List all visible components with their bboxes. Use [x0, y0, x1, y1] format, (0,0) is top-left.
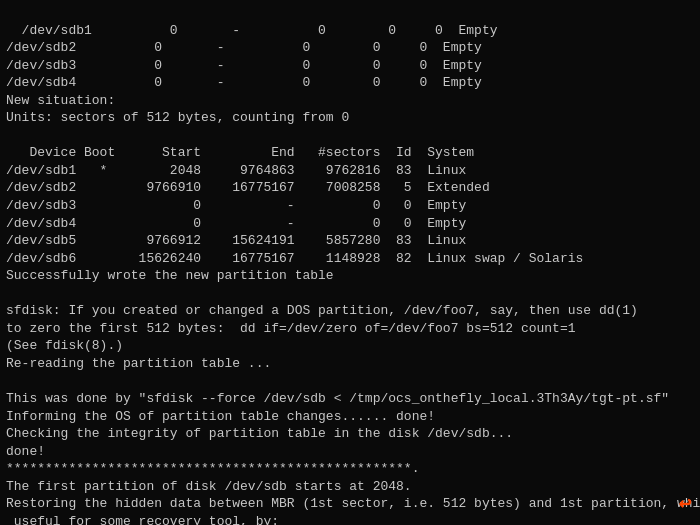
new-situation-label: New situation: [6, 93, 115, 108]
terminal-output: /dev/sdb1 0 - 0 0 0 Empty /dev/sdb2 0 - … [6, 4, 694, 525]
terminal-line-1: /dev/sdb1 0 - 0 0 0 Empty [22, 23, 498, 38]
sdb6-row: /dev/sdb6 15626240 16775167 1148928 82 L… [6, 251, 583, 266]
terminal-line-2: /dev/sdb2 0 - 0 0 0 Empty [6, 40, 482, 55]
table-header: Device Boot Start End #sectors Id System [6, 145, 474, 160]
sfdisk-msg3: (See fdisk(8).) [6, 338, 123, 353]
sfdisk-done-msg: This was done by "sfdisk --force /dev/sd… [6, 391, 669, 406]
informing-msg: Informing the OS of partition table chan… [6, 409, 435, 424]
restoring-msg1: Restoring the hidden data between MBR (1… [6, 496, 700, 511]
enter-arrow-icon: ↩ [679, 490, 692, 517]
sdb2-row: /dev/sdb2 9766910 16775167 7008258 5 Ext… [6, 180, 490, 195]
stars-1: ****************************************… [6, 461, 419, 476]
terminal-line-4: /dev/sdb4 0 - 0 0 0 Empty [6, 75, 482, 90]
reread-msg: Re-reading the partition table ... [6, 356, 271, 371]
sdb4-row: /dev/sdb4 0 - 0 0 Empty [6, 216, 466, 231]
checking-msg: Checking the integrity of partition tabl… [6, 426, 513, 441]
done-msg: done! [6, 444, 45, 459]
success-msg: Successfully wrote the new partition tab… [6, 268, 334, 283]
sfdisk-msg1: sfdisk: If you created or changed a DOS … [6, 303, 638, 318]
sdb1-row: /dev/sdb1 * 2048 9764863 9762816 83 Linu… [6, 163, 466, 178]
units-line: Units: sectors of 512 bytes, counting fr… [6, 110, 349, 125]
restoring-msg2: useful for some recovery tool, by: [6, 514, 279, 525]
terminal-line-3: /dev/sdb3 0 - 0 0 0 Empty [6, 58, 482, 73]
sdb5-row: /dev/sdb5 9766912 15624191 5857280 83 Li… [6, 233, 466, 248]
first-partition-msg: The first partition of disk /dev/sdb sta… [6, 479, 412, 494]
sdb3-row: /dev/sdb3 0 - 0 0 Empty [6, 198, 466, 213]
sfdisk-msg2: to zero the first 512 bytes: dd if=/dev/… [6, 321, 576, 336]
